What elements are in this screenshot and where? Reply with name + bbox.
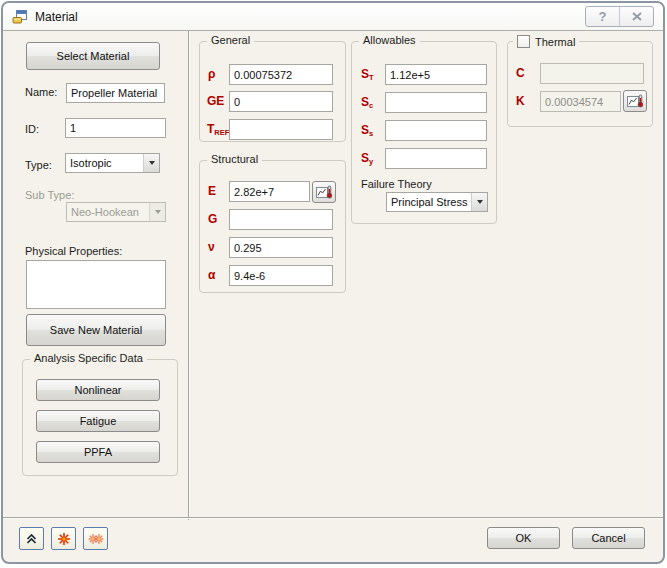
dialog-title: Material: [35, 10, 78, 24]
c-label: C: [516, 66, 525, 80]
chevrons-up-button[interactable]: [19, 527, 44, 550]
function-vs-temperature-icon: [316, 185, 332, 199]
dialog-footer: OK Cancel: [3, 517, 663, 562]
analysis-group-title: Analysis Specific Data: [30, 352, 147, 364]
function-vs-temperature-icon: [627, 94, 643, 108]
thermal-group-header: Thermal: [513, 35, 579, 48]
failure-theory-combobox[interactable]: Principal Stress: [386, 192, 488, 212]
e-input[interactable]: [229, 181, 310, 202]
chevron-down-icon: [149, 203, 165, 221]
allowables-group: Allowables ST Sc Ss Sy Failure Theory Pr…: [351, 41, 497, 224]
fatigue-button[interactable]: Fatigue: [36, 410, 160, 432]
rho-label: ρ: [208, 67, 215, 82]
name-input[interactable]: [66, 83, 165, 103]
vertical-divider: [188, 31, 189, 520]
type-combobox-value: Isotropic: [66, 157, 143, 169]
thermal-group: Thermal C K: [507, 41, 653, 127]
e-function-button[interactable]: [312, 181, 336, 203]
help-icon: ?: [599, 10, 607, 23]
cancel-button[interactable]: Cancel: [572, 527, 645, 549]
material-dialog: Material ? Select Materia: [1, 1, 665, 564]
general-group-title: General: [207, 34, 254, 46]
ss-input[interactable]: [385, 120, 487, 141]
save-new-material-button[interactable]: Save New Material: [26, 314, 166, 346]
tref-label: TREF: [207, 122, 229, 137]
subtype-combobox: Neo-Hookean: [66, 202, 166, 222]
chevron-down-icon: [143, 154, 159, 172]
dialog-icon: [12, 9, 28, 25]
ppfa-button[interactable]: PPFA: [36, 441, 160, 463]
starburst-button[interactable]: [51, 527, 76, 550]
sy-label: Sy: [361, 151, 373, 166]
alpha-input[interactable]: [229, 265, 333, 286]
st-input[interactable]: [385, 64, 487, 85]
close-button[interactable]: [619, 7, 653, 26]
e-label: E: [208, 184, 216, 199]
thermal-label: Thermal: [535, 36, 575, 48]
g-input[interactable]: [229, 209, 333, 230]
ok-button[interactable]: OK: [487, 527, 560, 549]
chevron-down-icon: [471, 193, 487, 211]
chevrons-up-icon: [25, 533, 38, 545]
structural-group: Structural E G: [199, 160, 346, 293]
double-starburst-icon: [88, 532, 104, 546]
structural-group-title: Structural: [207, 153, 262, 165]
ss-label: Ss: [361, 123, 373, 138]
failure-theory-value: Principal Stress: [387, 196, 471, 208]
subtype-combobox-value: Neo-Hookean: [67, 206, 149, 218]
dialog-body: Select Material Name: ID: Type: Isotropi…: [3, 31, 663, 520]
c-input: [540, 63, 644, 84]
ge-input[interactable]: [229, 91, 333, 112]
k-function-button[interactable]: [623, 90, 647, 112]
help-button[interactable]: ?: [586, 7, 619, 26]
failure-theory-label: Failure Theory: [361, 178, 432, 190]
rho-input[interactable]: [229, 64, 333, 85]
thermal-checkbox[interactable]: [517, 35, 530, 48]
id-label: ID:: [25, 123, 39, 135]
subtype-label: Sub Type:: [25, 189, 74, 201]
id-input[interactable]: [65, 118, 166, 138]
sy-input[interactable]: [385, 148, 487, 169]
physical-properties-label: Physical Properties:: [25, 245, 122, 257]
nu-label: ν: [208, 240, 215, 255]
st-label: ST: [361, 67, 374, 82]
name-label: Name:: [25, 86, 57, 98]
starburst-icon: [57, 532, 71, 546]
sc-input[interactable]: [385, 92, 487, 113]
k-label: K: [516, 94, 525, 108]
tref-input[interactable]: [229, 119, 333, 140]
analysis-specific-data-group: Analysis Specific Data Nonlinear Fatigue…: [22, 359, 178, 476]
nu-input[interactable]: [229, 237, 333, 258]
ge-label: GE: [207, 94, 224, 109]
allowables-group-title: Allowables: [359, 34, 420, 46]
alpha-label: α: [208, 268, 215, 283]
nonlinear-button[interactable]: Nonlinear: [36, 379, 160, 401]
type-label: Type:: [25, 159, 52, 171]
double-starburst-button[interactable]: [83, 527, 108, 550]
sc-label: Sc: [361, 95, 373, 110]
type-combobox[interactable]: Isotropic: [65, 153, 160, 173]
k-input: [540, 91, 621, 112]
g-label: G: [208, 212, 217, 227]
general-group: General ρ GE TREF: [199, 41, 346, 142]
select-material-button[interactable]: Select Material: [26, 42, 160, 70]
screen: Material ? Select Materia: [0, 0, 667, 568]
title-bar[interactable]: Material ?: [3, 3, 663, 31]
close-icon: [632, 12, 642, 21]
titlebar-buttons: ?: [585, 6, 654, 27]
physical-properties-listbox[interactable]: [26, 260, 166, 309]
